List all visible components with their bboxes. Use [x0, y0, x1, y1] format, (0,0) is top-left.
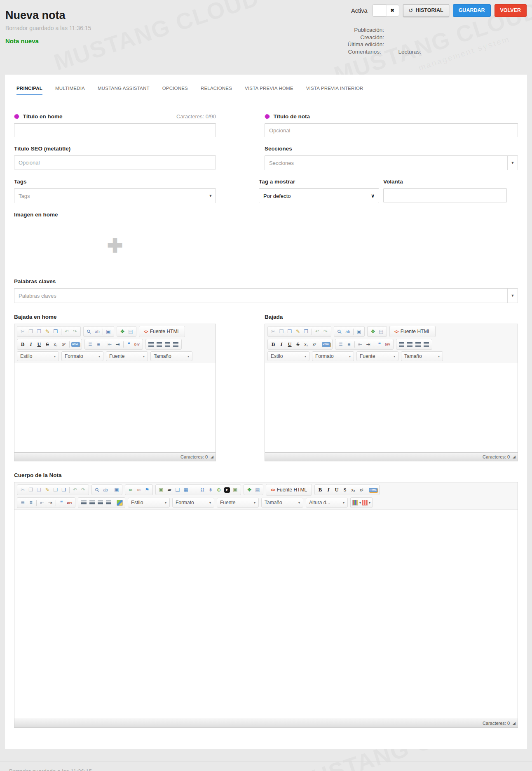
resize-handle-icon[interactable]: ◢	[513, 722, 516, 725]
paste-word-icon[interactable]: ❒	[52, 327, 59, 336]
select-all-icon[interactable]: ▣	[113, 486, 120, 494]
fuente-combo[interactable]: Fuente▾	[217, 498, 259, 508]
tab-opciones[interactable]: OPCIONES	[162, 86, 188, 95]
anchor-icon[interactable]: ⚑	[143, 486, 151, 494]
select-all-icon[interactable]: ▣	[105, 327, 112, 336]
image-icon[interactable]: ▣	[157, 486, 165, 494]
source-button[interactable]: <>Fuente HTML	[268, 485, 310, 494]
tab-vista-previa-interior[interactable]: VISTA PREVIA INTERIOR	[306, 86, 363, 95]
secciones-select[interactable]: Secciones ▼	[265, 155, 518, 170]
underline-icon[interactable]: U	[333, 486, 340, 494]
italic-icon[interactable]: I	[325, 486, 332, 494]
copy-icon[interactable]: ❐	[27, 327, 35, 336]
subscript-icon[interactable]: x₂	[349, 486, 357, 494]
youtube-icon[interactable]: ▶	[223, 486, 231, 494]
formato-combo[interactable]: Formato▾	[172, 498, 214, 508]
tamano-combo[interactable]: Tamaño▾	[401, 351, 443, 361]
indent-icon[interactable]: ⇥	[365, 340, 372, 348]
fuente-combo[interactable]: Fuente▾	[356, 351, 398, 361]
guardar-button[interactable]: GUARDAR	[453, 4, 491, 17]
paste-icon[interactable]: ❒	[286, 327, 293, 336]
tab-mustang-assistant[interactable]: MUSTANG ASSISTANT	[98, 86, 150, 95]
resize-handle-icon[interactable]: ◢	[513, 455, 516, 459]
tab-relaciones[interactable]: RELACIONES	[201, 86, 232, 95]
template-icon[interactable]: ❑	[174, 486, 181, 494]
maximize-icon[interactable]: ✥	[246, 486, 253, 494]
formato-combo[interactable]: Formato▾	[312, 351, 354, 361]
align-justify-icon[interactable]	[105, 498, 112, 507]
underline-icon[interactable]: U	[35, 340, 43, 348]
redo-icon[interactable]: ↷	[71, 327, 79, 336]
maximize-icon[interactable]: ✥	[119, 327, 126, 336]
bg-color-icon[interactable]: ▾	[362, 498, 370, 507]
special-char-icon[interactable]: Ω	[199, 486, 206, 494]
div-container-icon[interactable]: DIV	[134, 340, 141, 348]
clean-html-icon[interactable]: HTML	[322, 340, 330, 348]
italic-icon[interactable]: I	[27, 340, 35, 348]
indent-icon[interactable]: ⇥	[114, 340, 122, 348]
strike-icon[interactable]: S	[294, 340, 302, 348]
paste-text-icon[interactable]: ✎	[294, 327, 302, 336]
align-right-icon[interactable]	[415, 340, 422, 348]
iframe-icon[interactable]: ⊕	[215, 486, 223, 494]
tab-multimedia[interactable]: MULTIMEDIA	[55, 86, 85, 95]
palabras-claves-select[interactable]: Palabras claves ▼	[14, 288, 518, 303]
blockquote-icon[interactable]: ❝	[125, 340, 133, 348]
ordered-list-icon[interactable]: ≣	[87, 340, 94, 348]
tamano-combo[interactable]: Tamaño▾	[261, 498, 303, 508]
redo-icon[interactable]: ↷	[322, 327, 329, 336]
redo-icon[interactable]: ↷	[80, 486, 87, 494]
clean-html-icon[interactable]: HTML	[71, 340, 80, 348]
align-left-icon[interactable]	[148, 340, 155, 348]
volver-button[interactable]: VOLVER	[495, 4, 527, 17]
align-center-icon[interactable]	[88, 498, 96, 507]
unordered-list-icon[interactable]: ≡	[95, 340, 102, 348]
unordered-list-icon[interactable]: ≡	[27, 498, 35, 507]
image-upload-area[interactable]: ✚	[14, 221, 216, 270]
show-blocks-icon[interactable]: ▤	[127, 327, 134, 336]
estilo-combo[interactable]: Estilo▾	[128, 498, 170, 508]
unlink-icon[interactable]: ∞	[135, 486, 143, 494]
underline-icon[interactable]: U	[286, 340, 293, 348]
outdent-icon[interactable]: ⇤	[106, 340, 113, 348]
align-right-icon[interactable]	[164, 340, 171, 348]
show-blocks-icon[interactable]: ▤	[377, 327, 385, 336]
source-button[interactable]: <>Fuente HTML	[391, 327, 434, 336]
paste-icon[interactable]: ❒	[35, 486, 43, 494]
bold-icon[interactable]: B	[270, 340, 277, 348]
bajada-home-editing-area[interactable]	[14, 363, 216, 452]
fuente-combo[interactable]: Fuente▾	[106, 351, 148, 361]
page-break-icon[interactable]: ⇟	[207, 486, 214, 494]
outdent-icon[interactable]: ⇤	[38, 498, 46, 507]
bold-icon[interactable]: B	[19, 340, 26, 348]
paste-special-icon[interactable]: ❒	[52, 486, 59, 494]
google-maps-icon[interactable]	[116, 498, 123, 507]
align-center-icon[interactable]	[156, 340, 163, 348]
horizontal-rule-icon[interactable]: ―	[190, 486, 198, 494]
tamano-combo[interactable]: Tamaño▾	[150, 351, 192, 361]
copy-icon[interactable]: ❐	[278, 327, 285, 336]
cut-icon[interactable]: ✂	[19, 327, 26, 336]
undo-icon[interactable]: ↶	[314, 327, 321, 336]
superscript-icon[interactable]: x²	[60, 340, 68, 348]
unordered-list-icon[interactable]: ≡	[345, 340, 353, 348]
select-all-icon[interactable]: ▣	[355, 327, 363, 336]
paste-word-icon[interactable]: ❒	[60, 486, 68, 494]
superscript-icon[interactable]: x²	[311, 340, 318, 348]
ordered-list-icon[interactable]: ≣	[337, 340, 345, 348]
volanta-input[interactable]	[383, 188, 507, 202]
subscript-icon[interactable]: x₂	[302, 340, 310, 348]
tab-principal[interactable]: PRINCIPAL	[16, 86, 42, 95]
image2-icon[interactable]: ▣	[232, 486, 239, 494]
paste-text-icon[interactable]: ✎	[44, 327, 51, 336]
altura-combo[interactable]: Altura d...▾	[306, 498, 348, 508]
italic-icon[interactable]: I	[278, 340, 285, 348]
titulo-seo-input[interactable]	[14, 155, 216, 169]
titulo-home-input[interactable]	[14, 123, 216, 137]
formato-combo[interactable]: Formato▾	[61, 351, 103, 361]
align-justify-icon[interactable]	[423, 340, 430, 348]
paste-word-icon[interactable]: ❒	[302, 327, 310, 336]
find-icon[interactable]: ⚲	[336, 327, 343, 336]
bold-icon[interactable]: B	[316, 486, 324, 494]
ordered-list-icon[interactable]: ≣	[19, 498, 26, 507]
